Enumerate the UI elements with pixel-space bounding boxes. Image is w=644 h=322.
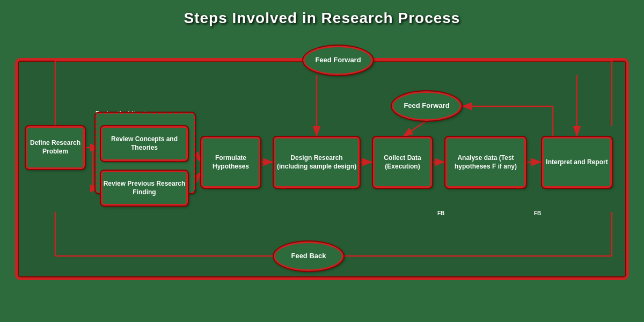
review-concepts-node: Review Concepts and Theories [101, 126, 188, 161]
formulate-node: Formulate Hypotheses [201, 137, 260, 188]
fb-label-2: FB [534, 210, 541, 216]
page-title: Steps Involved in Research Process [0, 0, 644, 27]
fb-label-1: FB [437, 210, 444, 216]
interpret-node: Interpret and Report [542, 137, 612, 188]
define-node: Define Research Problem [26, 126, 85, 169]
review-previous-node: Review Previous Research Finding [101, 171, 188, 206]
feed-forward-mid-oval: Feed Forward [392, 91, 462, 121]
feed-forward-top-oval: Feed Forward [303, 46, 373, 75]
collect-node: Collect Data (Execution) [373, 137, 432, 188]
design-node: Design Research (including sample design… [274, 137, 360, 188]
feed-back-oval: Feed Back [274, 241, 343, 271]
analyse-node: Analyse data (Test hypotheses F if any) [445, 137, 526, 188]
